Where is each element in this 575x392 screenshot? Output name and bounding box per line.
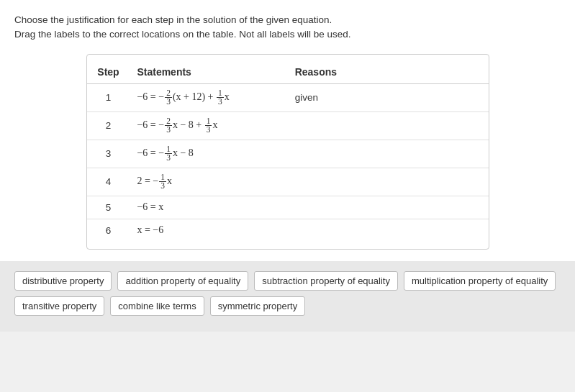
col-header-step: Step [87,62,130,84]
statement-math: −6 = x [137,201,163,212]
step-number: 6 [87,219,130,242]
reason-cell[interactable] [288,196,489,219]
statement-math: −6 = −13x − 8 [137,147,193,158]
statement-cell: −6 = −13x − 8 [130,140,287,168]
label-subtraction-property-equality[interactable]: subtraction property of equality [254,271,398,291]
frac-icon: 23 [165,117,172,135]
table-row: 4 2 = −13x [87,168,489,196]
statement-math: −6 = −23(x + 12) + 13x [137,91,229,102]
reason-cell[interactable] [288,140,489,168]
instructions: Choose the justification for each step i… [14,13,561,42]
reason-cell[interactable] [288,168,489,196]
instruction-line1: Choose the justification for each step i… [14,13,561,27]
step-number: 3 [87,140,130,168]
reason-text: given [295,92,318,103]
step-number: 4 [87,168,130,196]
statement-math: 2 = −13x [137,176,172,186]
equation-table: Step Statements Reasons 1 −6 = −23(x + 1… [87,62,489,242]
equation-table-container: Step Statements Reasons 1 −6 = −23(x + 1… [86,54,489,250]
statement-cell: 2 = −13x [130,168,287,196]
labels-row-2: transitive property combine like terms s… [14,296,561,316]
col-header-reasons: Reasons [288,62,489,84]
frac-icon: 13 [159,173,166,191]
label-symmetric-property[interactable]: symmetric property [210,296,306,316]
label-combine-like-terms[interactable]: combine like terms [110,296,204,316]
statement-cell: −6 = −23x − 8 + 13x [130,111,287,140]
table-row: 5 −6 = x [87,196,489,219]
statement-cell: −6 = x [130,196,287,219]
frac-icon: 23 [165,89,172,106]
statement-math: x = −6 [137,224,163,235]
frac-icon: 13 [205,117,212,135]
label-transitive-property[interactable]: transitive property [14,296,104,316]
labels-area: distributive property addition property … [0,261,575,332]
reason-cell[interactable]: given [288,83,489,111]
table-row: 6 x = −6 [87,219,489,242]
statement-math: −6 = −23x − 8 + 13x [137,119,217,130]
col-header-statements: Statements [130,62,287,84]
label-multiplication-property-equality[interactable]: multiplication property of equality [404,271,556,291]
frac-icon: 13 [165,145,172,163]
reason-cell[interactable] [288,219,489,242]
instruction-line2: Drag the labels to the correct locations… [14,27,561,42]
statement-cell: x = −6 [130,219,287,242]
statement-cell: −6 = −23(x + 12) + 13x [130,83,287,111]
table-row: 2 −6 = −23x − 8 + 13x [87,111,489,140]
step-number: 2 [87,111,130,140]
step-number: 1 [87,83,130,111]
table-row: 1 −6 = −23(x + 12) + 13x given [87,83,489,111]
page-container: Choose the justification for each step i… [0,0,575,261]
label-distributive-property[interactable]: distributive property [14,271,112,291]
label-addition-property-equality[interactable]: addition property of equality [117,271,248,291]
reason-cell[interactable] [288,111,489,140]
table-row: 3 −6 = −13x − 8 [87,140,489,168]
labels-row-1: distributive property addition property … [14,271,561,291]
frac-icon: 13 [217,89,224,106]
step-number: 5 [87,196,130,219]
